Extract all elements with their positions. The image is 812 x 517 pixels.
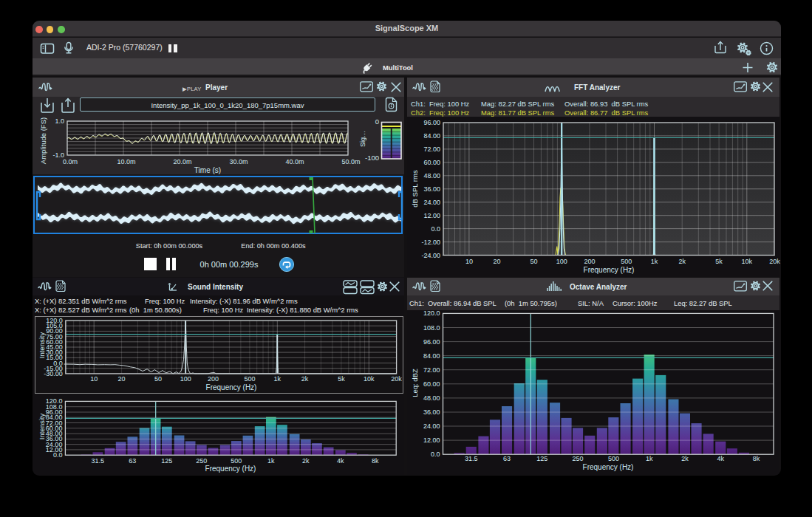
svg-text:12.00: 12.00 xyxy=(423,212,440,219)
svg-text:200: 200 xyxy=(584,258,595,265)
svg-text:60.00: 60.00 xyxy=(423,380,440,388)
svg-text:Frequency (Hz): Frequency (Hz) xyxy=(583,463,634,471)
svg-text:50: 50 xyxy=(530,258,537,265)
svg-text:10k: 10k xyxy=(742,258,753,265)
svg-text:2k: 2k xyxy=(302,457,310,465)
svg-text:50: 50 xyxy=(154,375,162,383)
svg-text:100: 100 xyxy=(180,375,191,383)
svg-text:0.0: 0.0 xyxy=(431,225,440,233)
svg-text:10: 10 xyxy=(465,258,473,265)
svg-text:500: 500 xyxy=(621,258,632,265)
svg-text:-30.00: -30.00 xyxy=(44,370,63,377)
svg-text:0.0: 0.0 xyxy=(431,451,440,458)
svg-text:10.0m: 10.0m xyxy=(117,158,135,165)
svg-text:10k: 10k xyxy=(364,375,375,383)
svg-text:20: 20 xyxy=(494,258,501,265)
svg-text:Frequency (Hz): Frequency (Hz) xyxy=(205,465,256,473)
svg-text:20k: 20k xyxy=(769,258,780,265)
svg-text:20.0m: 20.0m xyxy=(173,158,191,165)
svg-text:30.0m: 30.0m xyxy=(229,158,248,165)
svg-text:36.00: 36.00 xyxy=(423,185,440,193)
svg-text:8k: 8k xyxy=(372,457,379,465)
svg-text:20k: 20k xyxy=(391,375,402,383)
svg-text:10: 10 xyxy=(90,375,98,383)
svg-text:-24.00: -24.00 xyxy=(421,252,440,259)
svg-text:200: 200 xyxy=(208,375,219,383)
svg-text:2k: 2k xyxy=(301,375,309,383)
svg-text:120.0: 120.0 xyxy=(46,397,63,405)
svg-text:36.00: 36.00 xyxy=(423,408,440,416)
svg-text:31.5: 31.5 xyxy=(92,457,105,465)
svg-text:250: 250 xyxy=(196,457,207,465)
svg-text:1k: 1k xyxy=(646,455,653,462)
svg-text:63: 63 xyxy=(129,457,136,465)
svg-text:Frequency (Hz): Frequency (Hz) xyxy=(584,266,635,274)
svg-text:96.00: 96.00 xyxy=(423,338,440,346)
svg-text:1k: 1k xyxy=(651,258,658,265)
svg-text:500: 500 xyxy=(608,455,619,462)
svg-text:84.00: 84.00 xyxy=(423,352,440,360)
svg-text:1k: 1k xyxy=(267,457,275,465)
svg-text:31.5: 31.5 xyxy=(465,455,478,462)
svg-text:8k: 8k xyxy=(753,455,760,462)
svg-text:4k: 4k xyxy=(717,455,725,462)
svg-text:40.0m: 40.0m xyxy=(285,158,304,165)
svg-text:125: 125 xyxy=(536,455,547,462)
svg-text:108.0: 108.0 xyxy=(423,324,440,332)
svg-text:48.00: 48.00 xyxy=(423,394,440,402)
svg-text:48.00: 48.00 xyxy=(423,172,440,179)
svg-text:1.0: 1.0 xyxy=(55,117,64,125)
svg-text:250: 250 xyxy=(573,455,584,462)
svg-text:1k: 1k xyxy=(274,375,282,383)
svg-text:4k: 4k xyxy=(337,457,344,465)
svg-text:72.00: 72.00 xyxy=(423,145,440,153)
svg-text:500: 500 xyxy=(244,375,255,383)
svg-text:Time (s): Time (s) xyxy=(194,166,221,174)
svg-text:500: 500 xyxy=(231,457,242,465)
svg-text:2k: 2k xyxy=(681,455,689,462)
svg-text:2k: 2k xyxy=(678,258,686,265)
svg-text:63: 63 xyxy=(503,455,511,462)
svg-text:125: 125 xyxy=(161,457,172,465)
svg-text:96.00: 96.00 xyxy=(423,119,440,126)
svg-text:24.00: 24.00 xyxy=(423,422,440,430)
svg-text:120.0: 120.0 xyxy=(423,309,440,317)
svg-text:72.00: 72.00 xyxy=(423,366,440,374)
svg-text:5k: 5k xyxy=(715,258,723,265)
svg-text:12.00: 12.00 xyxy=(423,436,440,444)
svg-text:100: 100 xyxy=(556,258,567,265)
svg-text:60.00: 60.00 xyxy=(423,159,440,166)
svg-text:5k: 5k xyxy=(338,375,345,383)
svg-text:24.00: 24.00 xyxy=(423,199,440,206)
svg-text:84.00: 84.00 xyxy=(423,132,440,140)
svg-text:Frequency (Hz): Frequency (Hz) xyxy=(206,383,257,391)
svg-text:0.0m: 0.0m xyxy=(63,158,78,165)
svg-text:-12.00: -12.00 xyxy=(421,239,440,246)
svg-text:20: 20 xyxy=(118,375,126,383)
svg-text:50.0m: 50.0m xyxy=(341,158,360,165)
